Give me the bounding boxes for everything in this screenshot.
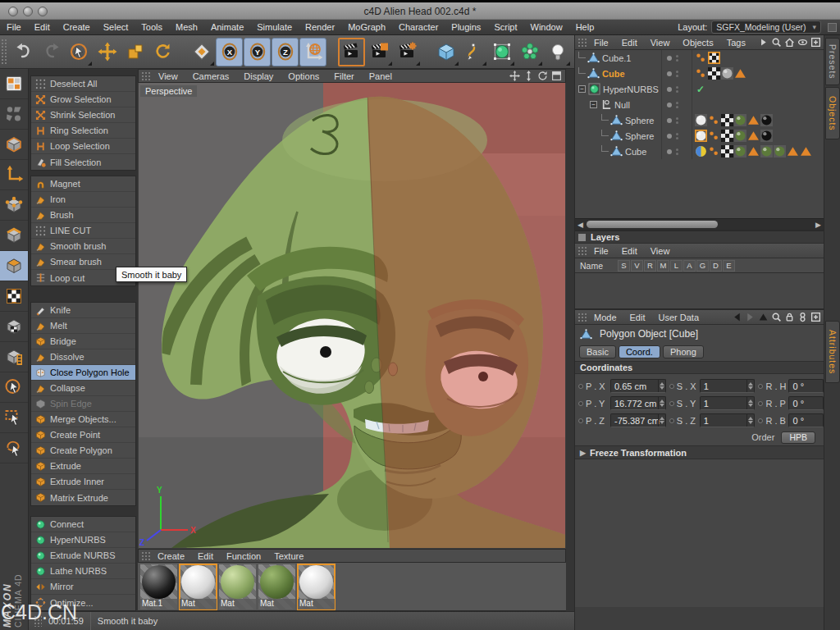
command-grow-selection[interactable]: Grow Selection [31, 92, 135, 107]
up-icon[interactable] [758, 312, 769, 322]
command-matrix-extrude[interactable]: Matrix Extrude [31, 490, 135, 505]
attributes-grip-handle[interactable] [578, 313, 587, 322]
object-manager-menu-edit[interactable]: Edit [615, 38, 644, 48]
home-icon[interactable] [784, 37, 795, 48]
visibility-dot-icon[interactable] [667, 134, 672, 139]
scale-input[interactable]: 1 [700, 413, 756, 427]
layout-dropdown[interactable]: SGFX_Modeling (User) ▾ [711, 21, 821, 34]
attributes-menu-mode[interactable]: Mode [587, 313, 623, 322]
menu-help[interactable]: Help [569, 22, 601, 32]
command-fill-selection[interactable]: Fill Selection [31, 154, 135, 170]
window-layout-icon[interactable] [828, 23, 837, 32]
seldots-tag-icon[interactable] [695, 52, 707, 64]
forward-icon[interactable] [745, 312, 756, 322]
command-hypernurbs[interactable]: HyperNURBS [31, 532, 135, 548]
menu-animate[interactable]: Animate [204, 22, 250, 32]
visibility-dot-icon[interactable] [667, 56, 672, 61]
material-swatch[interactable]: Mat [219, 564, 256, 609]
command-extrude-inner[interactable]: Extrude Inner [31, 474, 135, 490]
rotation-input[interactable]: 0 ° [788, 396, 824, 410]
zoom-view-icon[interactable] [523, 71, 534, 81]
stepper-icon[interactable] [746, 397, 754, 409]
radio-icon[interactable] [758, 384, 763, 389]
object-row[interactable]: −Null [575, 97, 824, 112]
eye-icon[interactable] [797, 37, 808, 48]
menu-mograph[interactable]: MoGraph [341, 22, 392, 32]
attributes-menu-user-data[interactable]: User Data [652, 313, 706, 322]
add-cube-button[interactable] [432, 38, 459, 66]
scrollbar-thumb[interactable] [587, 221, 718, 228]
command-dissolve[interactable]: Dissolve [31, 349, 135, 365]
polygons-mode-button[interactable] [0, 251, 28, 281]
material-swatch[interactable]: Mat [298, 564, 335, 609]
object-row[interactable]: Cube.1 [575, 50, 824, 66]
command-line-cut[interactable]: LINE CUT [31, 223, 135, 239]
command-extrude[interactable]: Extrude [31, 459, 135, 474]
phong-tag-icon[interactable] [747, 145, 760, 158]
back-icon[interactable] [732, 312, 742, 322]
radio-icon[interactable] [669, 418, 674, 423]
stepper-icon[interactable] [658, 380, 665, 392]
object-row[interactable]: Sphere [575, 128, 824, 144]
command-lathe-nurbs[interactable]: Lathe NURBS [31, 564, 135, 579]
live-selection-button[interactable] [66, 38, 93, 66]
menu-script[interactable]: Script [487, 22, 523, 32]
coordinate-system-button[interactable] [299, 38, 326, 66]
scale-input[interactable]: 1 [700, 396, 756, 410]
lock-y-axis-button[interactable]: Y [244, 38, 271, 66]
tab-coord[interactable]: Coord. [619, 345, 660, 358]
object-row[interactable]: Cube [575, 66, 824, 81]
seldots-tag-icon[interactable] [708, 114, 720, 126]
search-icon[interactable] [771, 37, 782, 48]
mat-gray-tag-icon[interactable] [721, 67, 733, 80]
expand-collapse-icon[interactable]: − [578, 85, 586, 93]
maximize-view-icon[interactable] [551, 71, 562, 81]
visibility-toggles[interactable] [661, 50, 692, 66]
panel-splitter[interactable] [566, 69, 574, 630]
menu-select[interactable]: Select [97, 22, 135, 32]
object-manager-menu-view[interactable]: View [644, 38, 677, 48]
lock-z-axis-button[interactable]: Z [272, 38, 299, 66]
stepper-icon[interactable] [658, 397, 665, 409]
tab-basic[interactable]: Basic [579, 345, 616, 358]
rotation-input[interactable]: 0 ° [788, 413, 824, 427]
visibility-dot-icon[interactable] [667, 149, 672, 154]
comp-tag-icon[interactable] [695, 145, 707, 158]
mat-green-tag-icon[interactable] [734, 114, 746, 126]
zoom-window-icon[interactable] [38, 7, 48, 16]
visibility-toggles[interactable] [661, 112, 692, 128]
visibility-dot-icon[interactable] [667, 103, 672, 107]
scale-input[interactable]: 1 [700, 379, 756, 393]
layers-menu-edit[interactable]: Edit [615, 246, 644, 256]
mat-white-sel-tag-icon[interactable] [695, 130, 707, 142]
radio-icon[interactable] [578, 418, 583, 423]
command-collapse[interactable]: Collapse [31, 381, 135, 396]
phong-tag-icon[interactable] [734, 67, 746, 80]
layers-list-empty[interactable] [575, 273, 824, 310]
material-swatch[interactable]: Mat [180, 564, 217, 609]
visibility-toggles[interactable] [661, 81, 692, 97]
model-mode-button[interactable] [0, 130, 28, 160]
dock-tab-presets[interactable]: Presets [825, 38, 840, 85]
object-manager-menu-objects[interactable]: Objects [676, 38, 719, 48]
position-input[interactable]: -75.387 cm [610, 413, 666, 427]
material-swatch[interactable]: Mat.1 [140, 564, 177, 609]
menu-render[interactable]: Render [299, 22, 341, 32]
rotation-input[interactable]: 0 ° [788, 379, 824, 393]
command-ring-selection[interactable]: Ring Selection [31, 123, 135, 139]
material-swatch[interactable]: Mat [258, 564, 295, 609]
order-dropdown[interactable]: HPB [781, 431, 815, 444]
dock-tab-attributes[interactable]: Attributes [825, 321, 840, 383]
mat-green-tag-icon[interactable] [760, 145, 773, 158]
visibility-toggles[interactable] [661, 128, 692, 144]
camera-label[interactable]: Perspective [140, 85, 197, 97]
add-array-button[interactable] [516, 38, 543, 66]
viewport-menu-view[interactable]: View [151, 71, 185, 81]
command-connect[interactable]: Connect [31, 517, 135, 532]
command-spin-edge[interactable]: Spin Edge [31, 396, 135, 412]
radio-icon[interactable] [669, 401, 674, 406]
stepper-icon[interactable] [746, 380, 754, 392]
viewport-menu-display[interactable]: Display [236, 71, 281, 81]
radio-icon[interactable] [578, 384, 583, 389]
render-dots-icon[interactable] [676, 71, 678, 77]
